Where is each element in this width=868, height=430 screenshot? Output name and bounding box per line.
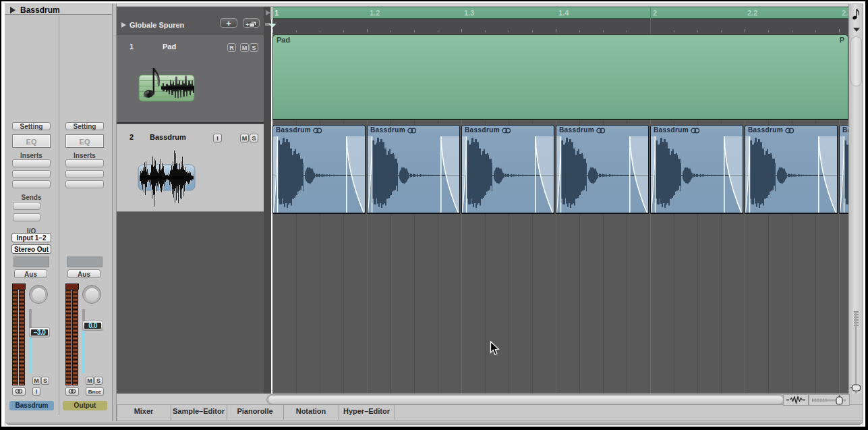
svg-text:+: + — [245, 22, 249, 28]
